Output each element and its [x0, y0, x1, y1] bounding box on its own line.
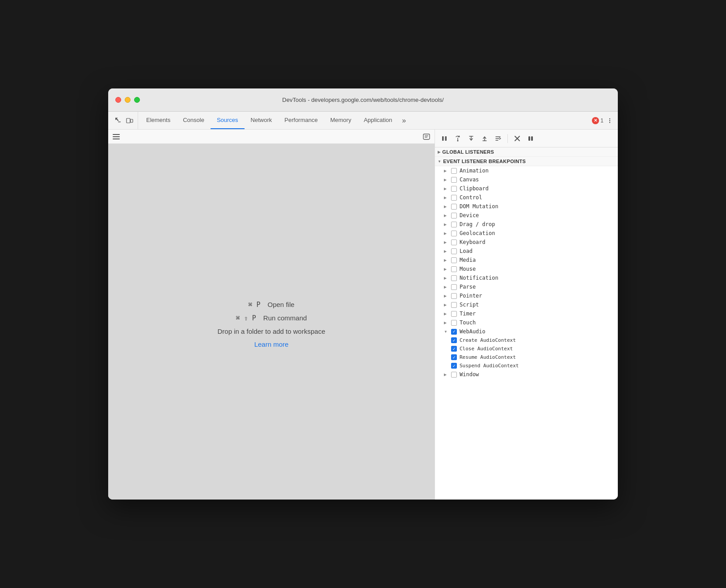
bp-item-notification[interactable]: Notification	[435, 273, 618, 282]
touch-arrow[interactable]	[444, 321, 448, 325]
show-debugger-icon[interactable]	[421, 131, 432, 142]
bp-item-script[interactable]: Script	[435, 300, 618, 309]
inspect-element-icon[interactable]	[114, 116, 122, 125]
script-arrow[interactable]	[444, 303, 448, 307]
tab-performance[interactable]: Performance	[278, 112, 324, 129]
global-listeners-header[interactable]: Global Listeners	[435, 147, 618, 157]
media-checkbox[interactable]	[451, 257, 457, 263]
notification-checkbox[interactable]	[451, 275, 457, 281]
animation-arrow[interactable]	[444, 169, 448, 173]
svg-rect-8	[113, 139, 120, 139]
devtools-settings-icon[interactable]	[605, 116, 614, 125]
script-checkbox[interactable]	[451, 302, 457, 308]
tab-sources[interactable]: Sources	[211, 112, 245, 129]
load-arrow[interactable]	[444, 249, 448, 253]
geolocation-arrow[interactable]	[444, 231, 448, 235]
bp-item-geolocation[interactable]: Geolocation	[435, 229, 618, 238]
bp-item-control[interactable]: Control	[435, 193, 618, 202]
create-audiocontext-checkbox[interactable]	[451, 337, 457, 343]
more-tabs-button[interactable]: »	[398, 112, 409, 129]
canvas-arrow[interactable]	[444, 178, 448, 182]
bp-item-clipboard[interactable]: Clipboard	[435, 184, 618, 193]
devtools-tab-bar: Elements Console Sources Network Perform…	[108, 112, 618, 130]
deactivate-breakpoints-button[interactable]	[511, 133, 523, 144]
parse-checkbox[interactable]	[451, 284, 457, 290]
bp-item-device[interactable]: Device	[435, 211, 618, 220]
device-toggle-icon[interactable]	[125, 116, 134, 125]
load-checkbox[interactable]	[451, 248, 457, 254]
tab-elements[interactable]: Elements	[140, 112, 177, 129]
window-checkbox[interactable]	[451, 372, 457, 378]
tab-application[interactable]: Application	[358, 112, 399, 129]
dom-mutation-arrow[interactable]	[444, 205, 448, 209]
tab-console[interactable]: Console	[177, 112, 211, 129]
device-arrow[interactable]	[444, 214, 448, 218]
control-checkbox[interactable]	[451, 195, 457, 201]
keyboard-arrow[interactable]	[444, 240, 448, 244]
touch-checkbox[interactable]	[451, 320, 457, 326]
mouse-arrow[interactable]	[444, 267, 448, 271]
notification-arrow[interactable]	[444, 276, 448, 280]
bp-item-suspend-audiocontext[interactable]: Suspend AudioContext	[435, 361, 618, 370]
resume-audiocontext-checkbox[interactable]	[451, 354, 457, 360]
bp-item-drag-drop[interactable]: Drag / drop	[435, 220, 618, 229]
window-arrow[interactable]	[444, 373, 448, 377]
tab-network[interactable]: Network	[245, 112, 279, 129]
maximize-button[interactable]	[134, 97, 140, 103]
bp-item-close-audiocontext[interactable]: Close AudioContext	[435, 344, 618, 353]
tab-memory[interactable]: Memory	[324, 112, 358, 129]
drag-drop-arrow[interactable]	[444, 223, 448, 227]
bp-item-pointer[interactable]: Pointer	[435, 291, 618, 300]
step-over-button[interactable]	[452, 133, 464, 144]
control-arrow[interactable]	[444, 196, 448, 200]
webaudio-arrow[interactable]	[444, 330, 448, 334]
mouse-checkbox[interactable]	[451, 266, 457, 272]
learn-more-link[interactable]: Learn more	[254, 340, 289, 348]
show-navigator-icon[interactable]	[111, 131, 122, 142]
minimize-button[interactable]	[125, 97, 131, 103]
timer-arrow[interactable]	[444, 312, 448, 316]
dom-mutation-checkbox[interactable]	[451, 204, 457, 210]
keyboard-checkbox[interactable]	[451, 239, 457, 245]
svg-rect-6	[113, 134, 120, 135]
svg-rect-0	[118, 122, 121, 122]
breakpoints-panel[interactable]: Global Listeners Event Listener Breakpoi…	[435, 147, 618, 500]
bp-item-load[interactable]: Load	[435, 247, 618, 256]
canvas-checkbox[interactable]	[451, 177, 457, 183]
suspend-audiocontext-checkbox[interactable]	[451, 363, 457, 369]
pointer-checkbox[interactable]	[451, 293, 457, 299]
step-button[interactable]	[492, 133, 504, 144]
bp-item-touch[interactable]: Touch	[435, 318, 618, 327]
bp-item-resume-audiocontext[interactable]: Resume AudioContext	[435, 353, 618, 361]
bp-item-animation[interactable]: Animation	[435, 166, 618, 175]
bp-item-webaudio[interactable]: WebAudio	[435, 327, 618, 336]
step-out-button[interactable]	[479, 133, 490, 144]
clipboard-checkbox[interactable]	[451, 186, 457, 192]
media-arrow[interactable]	[444, 258, 448, 262]
bp-item-canvas[interactable]: Canvas	[435, 175, 618, 184]
bp-item-keyboard[interactable]: Keyboard	[435, 238, 618, 247]
timer-checkbox[interactable]	[451, 311, 457, 317]
bp-item-create-audiocontext[interactable]: Create AudioContext	[435, 336, 618, 344]
step-into-button[interactable]	[465, 133, 477, 144]
bp-item-timer[interactable]: Timer	[435, 309, 618, 318]
bp-item-media[interactable]: Media	[435, 256, 618, 265]
bp-item-window[interactable]: Window	[435, 370, 618, 379]
animation-checkbox[interactable]	[451, 168, 457, 174]
error-badge[interactable]: ✕ 1	[592, 117, 604, 124]
device-checkbox[interactable]	[451, 213, 457, 218]
event-listener-breakpoints-header[interactable]: Event Listener Breakpoints	[435, 157, 618, 166]
bp-item-mouse[interactable]: Mouse	[435, 265, 618, 273]
bp-item-parse[interactable]: Parse	[435, 282, 618, 291]
parse-arrow[interactable]	[444, 285, 448, 289]
drag-drop-checkbox[interactable]	[451, 222, 457, 227]
bp-item-dom-mutation[interactable]: DOM Mutation	[435, 202, 618, 211]
geolocation-checkbox[interactable]	[451, 231, 457, 236]
close-audiocontext-checkbox[interactable]	[451, 346, 457, 352]
webaudio-checkbox[interactable]	[451, 329, 457, 335]
pause-on-exceptions-button[interactable]	[525, 133, 536, 144]
pointer-arrow[interactable]	[444, 294, 448, 298]
close-button[interactable]	[115, 97, 121, 103]
clipboard-arrow[interactable]	[444, 187, 448, 191]
pause-resume-button[interactable]	[439, 133, 450, 144]
